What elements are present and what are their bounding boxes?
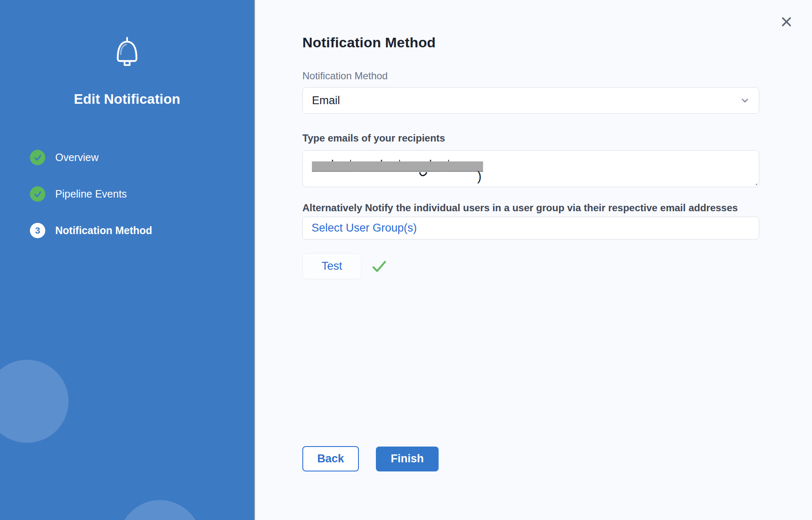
wizard-steps: Overview Pipeline Events 3 Notification … [30, 150, 152, 259]
check-icon [33, 190, 42, 199]
back-button[interactable]: Back [302, 446, 359, 471]
notification-method-panel: Notification Method Notification Method … [256, 0, 812, 520]
step-done-circle [30, 186, 45, 202]
step-notification-method[interactable]: 3 Notification Method [30, 223, 152, 238]
at-glyph [418, 167, 429, 178]
finish-button-label: Finish [391, 452, 424, 465]
select-user-groups-label: Select User Group(s) [312, 222, 417, 234]
finish-button[interactable]: Finish [376, 447, 439, 471]
page-title: Notification Method [302, 34, 759, 51]
test-button-label: Test [321, 260, 342, 273]
method-label: Notification Method [302, 70, 759, 82]
test-success-check-icon [371, 259, 387, 274]
resize-handle[interactable] [750, 178, 757, 185]
recipients-label: Type emails of your recipients [302, 132, 759, 144]
method-selected-value: Email [312, 94, 340, 107]
wizard-sidebar: Edit Notification Overview Pipeline Even… [0, 0, 255, 520]
bell-icon [0, 37, 254, 70]
notification-method-select[interactable]: Email [302, 87, 759, 114]
brand-watermark [0, 0, 254, 520]
step-number-circle: 3 [30, 223, 45, 238]
back-button-label: Back [317, 452, 344, 465]
select-user-groups-button[interactable]: Select User Group(s) [302, 217, 759, 239]
user-group-hint: Alternatively Notify the individual user… [302, 202, 759, 214]
step-label: Overview [55, 151, 98, 164]
redacted-tail-char: ) [477, 169, 481, 184]
wizard-title: Edit Notification [0, 91, 254, 107]
step-done-circle [30, 150, 45, 165]
step-label: Pipeline Events [55, 188, 127, 200]
step-overview[interactable]: Overview [30, 150, 152, 165]
step-label: Notification Method [55, 225, 152, 237]
close-icon [781, 16, 792, 27]
test-button[interactable]: Test [302, 253, 361, 279]
redacted-email-value: ) [312, 161, 483, 172]
chevron-down-icon [739, 95, 751, 106]
step-pipeline-events[interactable]: Pipeline Events [30, 186, 152, 202]
recipients-textarea[interactable]: ) [302, 150, 759, 187]
check-icon [33, 153, 42, 162]
step-number: 3 [35, 225, 40, 236]
close-button[interactable] [779, 14, 794, 29]
